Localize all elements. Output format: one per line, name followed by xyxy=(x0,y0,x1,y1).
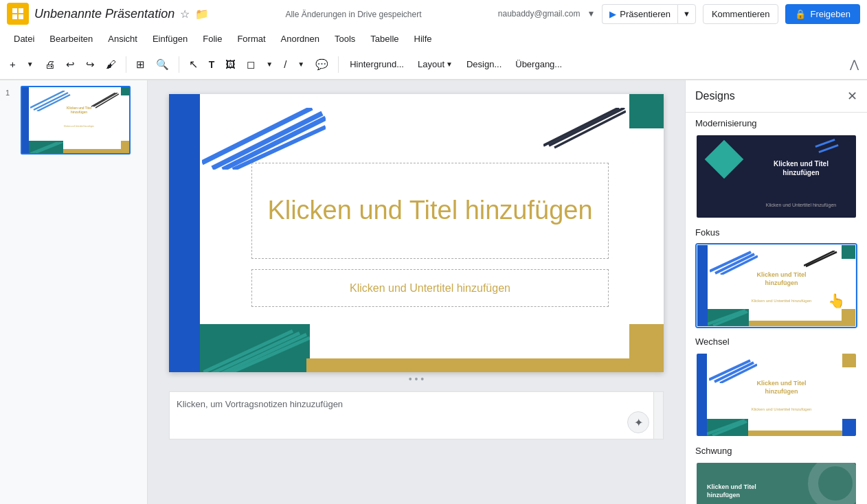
slide-title-text: Klicken und Titel hinzufügen xyxy=(267,195,592,227)
present-button[interactable]: ▶ Präsentieren xyxy=(602,4,677,24)
slide-left-bar xyxy=(169,94,200,372)
svg-rect-0 xyxy=(12,8,17,13)
app-icon xyxy=(7,3,29,25)
design-thumb-schwung[interactable]: Klicken und Titelhinzufügen Klicken und … xyxy=(695,461,857,504)
svg-line-10 xyxy=(91,93,115,106)
svg-line-22 xyxy=(549,108,624,146)
slide-thumbnail-1[interactable]: 1 xyxy=(5,86,142,154)
svg-line-11 xyxy=(93,93,117,106)
svg-line-12 xyxy=(95,94,119,108)
lock-icon: 🔒 xyxy=(795,9,806,19)
svg-line-5 xyxy=(33,142,60,153)
toolbar: + ▼ 🖨 ↩ ↪ 🖌 ⊞ 🔍 ↖ T 🖼 ◻ ▼ / ▼ 💬 Hintergr… xyxy=(0,49,867,80)
toolbar-separator-2 xyxy=(179,56,179,73)
user-dropdown-icon[interactable]: ▼ xyxy=(587,9,595,19)
slide-canvas[interactable]: Klicken und Titel hinzufügen Klicken und… xyxy=(169,94,664,372)
user-email: naubaddy@gmail.com xyxy=(498,9,581,19)
present-caret-button[interactable]: ▼ xyxy=(677,4,696,24)
toolbar-separator-3 xyxy=(338,56,339,73)
slide-preview[interactable]: Klicken und Titelhinzufügen Klicken und … xyxy=(21,86,131,154)
document-title[interactable]: Unbenannte Präsentation xyxy=(34,7,174,21)
design-label-modernisierung: Modernisierung xyxy=(686,113,867,131)
undo-button[interactable]: ↩ xyxy=(62,56,79,73)
redo-button[interactable]: ↪ xyxy=(82,56,99,73)
svg-line-6 xyxy=(36,142,63,153)
image-button[interactable]: 🖼 xyxy=(221,56,240,73)
design-toolbar-button[interactable]: Design... xyxy=(461,56,507,72)
svg-line-23 xyxy=(554,111,626,148)
slide-title-box[interactable]: Klicken und Titel hinzufügen xyxy=(251,163,609,259)
notes-area[interactable]: Klicken, um Vortragsnotizen hinzuzufügen… xyxy=(169,391,664,439)
comment-button[interactable]: Kommentieren xyxy=(703,4,779,24)
title-icons: ☆ 📁 xyxy=(180,8,209,21)
present-button-group: ▶ Präsentieren ▼ xyxy=(602,4,696,24)
menu-ansicht[interactable]: Ansicht xyxy=(101,31,144,47)
menu-folie[interactable]: Folie xyxy=(196,31,229,47)
svg-rect-3 xyxy=(19,14,23,19)
layout-dropdown-icon: ▼ xyxy=(446,60,453,68)
zoom-fit-button[interactable]: ⊞ xyxy=(132,56,149,73)
canvas-area[interactable]: Klicken und Titel hinzufügen Klicken und… xyxy=(148,80,685,504)
design-thumb-fokus[interactable]: Klicken und Titelhinzufügen Klicken und … xyxy=(695,243,857,328)
design-thumb-modernisierung[interactable]: Klicken und Titelhinzufügen Klicken und … xyxy=(695,134,857,219)
notes-magic-button[interactable]: ✦ xyxy=(627,411,649,433)
svg-line-4 xyxy=(30,142,58,153)
zoom-button[interactable]: 🔍 xyxy=(152,56,173,73)
text-button[interactable]: T xyxy=(205,56,219,73)
slide-bottom-gold xyxy=(306,358,629,372)
menu-anordnen[interactable]: Anordnen xyxy=(274,31,326,47)
slide-subtitle-text: Klicken und Untertitel hinzufügen xyxy=(350,282,510,295)
svg-line-24 xyxy=(708,310,745,324)
save-status: Alle Änderungen in Drive gespeichert xyxy=(285,10,421,19)
slide-subtitle-box[interactable]: Klicken und Untertitel hinzufügen xyxy=(251,269,609,307)
resize-handle-dots[interactable]: • • • xyxy=(169,374,664,385)
shape-dropdown[interactable]: ▼ xyxy=(262,58,277,71)
design-label-schwung: Schwung xyxy=(686,440,867,459)
layout-button[interactable]: Layout ▼ xyxy=(412,56,458,72)
add-slide-dropdown[interactable]: ▼ xyxy=(23,58,38,71)
svg-line-27 xyxy=(715,254,754,273)
menu-tools[interactable]: Tools xyxy=(328,31,362,47)
toolbar-separator-1 xyxy=(126,56,126,73)
shape-button[interactable]: ◻ xyxy=(243,56,259,73)
slide-bottom-right xyxy=(629,324,664,372)
paint-format-button[interactable]: 🖌 xyxy=(102,56,120,73)
menu-tabelle[interactable]: Tabelle xyxy=(363,31,405,47)
select-button[interactable]: ↖ xyxy=(185,55,202,73)
notes-scrollbar[interactable] xyxy=(653,392,663,439)
slide-bottom-teal xyxy=(200,324,310,372)
svg-line-21 xyxy=(543,108,619,146)
star-icon[interactable]: ☆ xyxy=(180,8,190,21)
designs-close-button[interactable]: ✕ xyxy=(847,89,857,104)
toolbar-expand-button[interactable]: ⋀ xyxy=(847,55,862,73)
svg-rect-1 xyxy=(19,8,23,13)
svg-line-32 xyxy=(712,422,747,435)
dots-icon: • • • xyxy=(409,374,424,385)
folder-icon[interactable]: 📁 xyxy=(195,8,209,21)
transition-button[interactable]: Übergang... xyxy=(510,56,567,72)
design-label-wechsel: Wechsel xyxy=(686,331,867,350)
svg-line-14 xyxy=(210,333,300,372)
menu-datei[interactable]: Datei xyxy=(7,31,41,47)
svg-line-31 xyxy=(707,420,745,434)
comment-inline-button[interactable]: 💬 xyxy=(311,56,333,73)
slides-panel: 1 xyxy=(0,80,148,504)
svg-rect-2 xyxy=(12,14,17,19)
menu-einfuegen[interactable]: Einfügen xyxy=(146,31,194,47)
svg-line-29 xyxy=(804,251,835,266)
svg-line-18 xyxy=(212,113,322,168)
design-thumb-wechsel[interactable]: Klicken und Titelhinzufügen Klicken und … xyxy=(695,352,857,437)
menu-format[interactable]: Format xyxy=(230,31,272,47)
add-slide-button[interactable]: + xyxy=(5,56,20,73)
menu-hilfe[interactable]: Hilfe xyxy=(407,31,439,47)
slide-top-right-corner xyxy=(629,94,664,128)
present-play-icon: ▶ xyxy=(609,9,616,19)
design-label-fokus: Fokus xyxy=(686,222,867,240)
line-button[interactable]: / xyxy=(280,56,291,73)
print-button[interactable]: 🖨 xyxy=(41,56,59,73)
share-button[interactable]: 🔒 Freigeben xyxy=(785,4,860,24)
line-dropdown[interactable]: ▼ xyxy=(293,58,308,71)
background-button[interactable]: Hintergrund... xyxy=(344,56,409,72)
svg-line-30 xyxy=(806,252,837,266)
menu-bearbeiten[interactable]: Bearbeiten xyxy=(43,31,100,47)
